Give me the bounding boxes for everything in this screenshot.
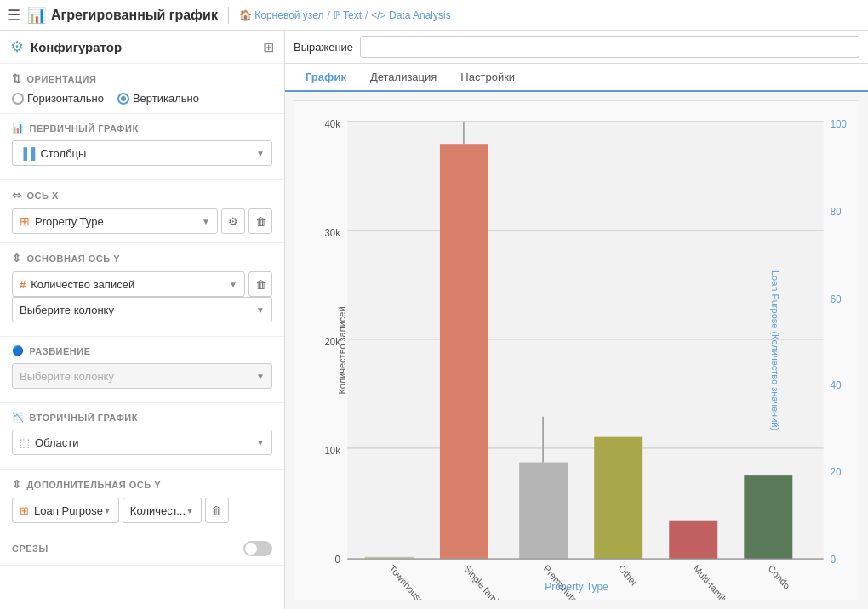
radio-horizontal-circle [12,93,24,105]
chart-wrapper: Количество записей Loan Purpose (Количес… [294,100,859,600]
additional-y-delete-btn[interactable]: 🗑 [205,498,229,523]
svg-text:0: 0 [335,553,340,566]
bar-chart-icon: ▐▐ [20,147,35,160]
axis-x-section: ⇔ ОСЬ X ⊞ Property Type ▼ ⚙ 🗑 [0,180,284,243]
secondary-chart-section: 📉 ВТОРИЧНЫЙ ГРАФИК ⬚ Области ▼ [0,403,284,470]
dropdown-caret: ▼ [202,217,210,226]
svg-text:40k: 40k [325,117,341,130]
axis-x-icon: ⇔ [12,189,22,202]
axis-x-delete-btn[interactable]: 🗑 [248,208,272,234]
chart-container: Количество записей Loan Purpose (Количес… [285,92,868,609]
svg-text:10k: 10k [325,444,341,457]
dropdown-caret: ▼ [186,506,194,515]
additional-y-field-dropdown[interactable]: ⊞ Loan Purpose ▼ [12,498,119,523]
dropdown-caret: ▼ [256,149,265,158]
dropdown-caret: ▼ [256,438,265,447]
area-icon: ⬚ [20,436,30,449]
primary-y-dropdown-row: # Количество записей ▼ 🗑 [12,271,272,297]
svg-text:80: 80 [831,205,842,218]
svg-text:60: 60 [831,293,842,305]
slices-section: СРЕЗЫ [0,532,284,566]
tabs-bar: График Детализация Настройки [285,64,868,92]
count-icon: # [20,278,26,291]
secondary-chart-icon: 📉 [12,412,25,423]
dropdown-caret: ▼ [256,305,265,315]
expression-input[interactable] [360,36,859,58]
separator [228,7,229,24]
secondary-chart-dropdown[interactable]: ⬚ Области ▼ [12,430,272,455]
svg-rect-19 [440,144,488,559]
primary-chart-dropdown[interactable]: ▐▐ Столбцы ▼ [12,140,272,166]
primary-y-column-dropdown[interactable]: Выберите колонку ▼ [12,297,272,322]
primary-chart-section: 📊 ПЕРВИЧНЫЙ ГРАФИК ▐▐ Столбцы ▼ [0,114,284,180]
breakdown-section: 🔵 РАЗБИЕНИЕ Выберите колонку ▼ [0,337,284,403]
radio-vertical-circle [117,93,129,105]
dropdown-caret: ▼ [103,506,111,515]
expression-label: Выражение [294,41,353,54]
primary-y-delete-btn[interactable]: 🗑 [248,271,272,297]
panel-toggle-icon[interactable]: ⊞ [263,39,274,55]
svg-rect-21 [519,463,568,560]
svg-rect-25 [744,475,792,559]
property-type-icon: ⊞ [20,214,30,228]
axis-x-dropdown-row: ⊞ Property Type ▼ ⚙ 🗑 [12,208,272,234]
breadcrumb-analysis[interactable]: </> Data Analysis [371,9,450,21]
primary-y-label: ⇕ ОСНОВНАЯ ОСЬ Y [12,252,272,265]
svg-rect-23 [594,437,642,560]
orientation-radio-group: Горизонтально Вертикально [12,92,272,105]
svg-rect-24 [669,521,717,559]
slices-toggle-row: СРЕЗЫ [12,541,272,556]
secondary-chart-label: 📉 ВТОРИЧНЫЙ ГРАФИК [12,412,272,423]
primary-y-icon: ⇕ [12,252,22,265]
orientation-section: ⇅ ОРИЕНТАЦИЯ Горизонтально Вертикально [0,64,284,114]
content-area: Выражение График Детализация Настройки К… [285,31,868,609]
radio-vertical[interactable]: Вертикально [117,92,199,105]
breakdown-dropdown[interactable]: Выберите колонку ▼ [12,363,272,389]
breadcrumb: 🏠 Корневой узел / ℙ Text / </> Data Anal… [239,9,451,21]
expression-bar: Выражение [285,31,868,64]
breadcrumb-text[interactable]: ℙ Text [334,9,362,21]
svg-text:100: 100 [831,117,847,130]
sidebar: ⚙ Конфигуратор ⊞ ⇅ ОРИЕНТАЦИЯ Горизонтал… [0,31,285,609]
axis-x-settings-btn[interactable]: ⚙ [221,208,245,234]
chart-title-icon: 📊 [27,6,46,25]
app-title: 📊 Агрегированный график [27,6,218,25]
additional-y-icon: ⇕ [12,478,22,491]
loan-icon: ⊞ [20,504,29,517]
main-layout: ⚙ Конфигуратор ⊞ ⇅ ОРИЕНТАЦИЯ Горизонтал… [0,31,868,609]
primary-chart-icon: 📊 [12,122,25,134]
y-left-axis-label: Количество записей [337,306,347,394]
breakdown-label: 🔵 РАЗБИЕНИЕ [12,345,272,356]
radio-horizontal[interactable]: Горизонтально [12,92,104,105]
axis-x-label: ⇔ ОСЬ X [12,189,272,202]
x-axis-label: Property Type [545,581,608,593]
sidebar-title: Конфигуратор [31,40,122,54]
title-text: Агрегированный график [51,8,218,23]
svg-text:0: 0 [831,553,836,566]
orientation-label: ⇅ ОРИЕНТАЦИЯ [12,72,272,85]
menu-icon[interactable]: ☰ [7,6,20,25]
slices-label: СРЕЗЫ [12,544,49,554]
additional-y-agg-dropdown[interactable]: Количест... ▼ [123,498,202,523]
gear-icon: ⚙ [10,37,24,56]
y-right-axis-label: Loan Purpose (Количество значений) [770,270,780,430]
dropdown-caret: ▼ [256,372,265,381]
tab-graph[interactable]: График [294,64,358,92]
slices-toggle[interactable] [243,541,272,556]
additional-y-dropdown-row: ⊞ Loan Purpose ▼ Количест... ▼ 🗑 [12,498,272,523]
svg-text:20: 20 [831,465,842,478]
sidebar-header: ⚙ Конфигуратор ⊞ [0,31,284,64]
primary-y-section: ⇕ ОСНОВНАЯ ОСЬ Y # Количество записей ▼ … [0,243,284,337]
svg-text:40: 40 [831,379,842,392]
tab-detail[interactable]: Детализация [358,64,448,92]
additional-y-section: ⇕ ДОПОЛНИТЕЛЬНАЯ ОСЬ Y ⊞ Loan Purpose ▼ … [0,470,284,532]
tab-settings[interactable]: Настройки [448,64,527,92]
breadcrumb-root[interactable]: 🏠 Корневой узел [239,9,324,21]
primary-chart-label: 📊 ПЕРВИЧНЫЙ ГРАФИК [12,122,272,134]
orientation-icon: ⇅ [12,72,22,85]
toggle-knob [245,543,257,555]
breakdown-icon: 🔵 [12,345,25,356]
primary-y-dropdown[interactable]: # Количество записей ▼ [12,271,245,297]
axis-x-dropdown[interactable]: ⊞ Property Type ▼ [12,208,218,234]
top-bar: ☰ 📊 Агрегированный график 🏠 Корневой узе… [0,0,868,31]
